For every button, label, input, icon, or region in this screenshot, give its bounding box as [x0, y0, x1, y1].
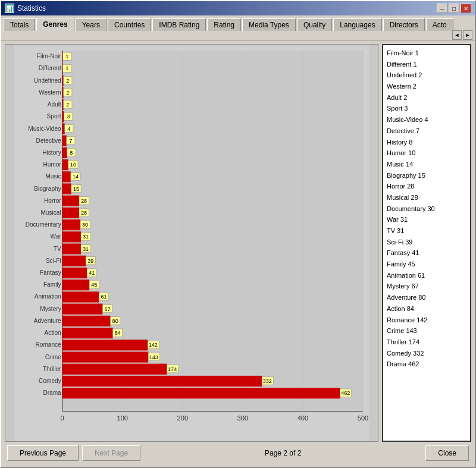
content-area: 0 100 200 300 400 500 1 Film-Noir — [1, 40, 475, 467]
tab-imdb-rating[interactable]: IMDB Rating — [152, 18, 206, 31]
chart-legend-container: 0 100 200 300 400 500 1 Film-Noir — [5, 44, 471, 442]
legend-item: Romance 142 — [387, 315, 466, 326]
legend-item: Animation 61 — [387, 270, 466, 281]
close-window-button[interactable]: ✕ — [461, 4, 471, 13]
svg-text:143: 143 — [149, 354, 158, 360]
svg-text:400: 400 — [298, 414, 309, 422]
svg-rect-63 — [62, 196, 79, 206]
svg-text:3: 3 — [67, 114, 70, 120]
tab-rating[interactable]: Rating — [207, 18, 241, 31]
svg-text:2: 2 — [66, 90, 69, 96]
tab-quality[interactable]: Quality — [297, 18, 332, 31]
svg-text:Sci-Fi: Sci-Fi — [46, 257, 61, 264]
tab-directors[interactable]: Directors — [383, 18, 425, 31]
svg-text:Drama: Drama — [43, 390, 61, 396]
svg-text:Undefined: Undefined — [34, 77, 61, 84]
window-title: Statistics — [17, 4, 46, 12]
tab-languages[interactable]: Languages — [333, 18, 381, 31]
legend-item: Adult 2 — [387, 92, 466, 103]
tab-countries[interactable]: Countries — [108, 18, 151, 31]
tab-scroll-left[interactable]: ◄ — [452, 30, 462, 40]
svg-rect-75 — [62, 231, 81, 242]
page-info: Page 2 of 2 — [144, 449, 422, 457]
svg-text:Film-Noir: Film-Noir — [37, 53, 62, 59]
svg-rect-103 — [62, 316, 111, 326]
svg-text:14: 14 — [73, 174, 79, 180]
svg-text:Different: Different — [39, 65, 61, 71]
svg-text:Crime: Crime — [45, 354, 61, 360]
legend-box: Film-Noir 1 Different 1 Undefined 2 West… — [382, 44, 471, 442]
svg-rect-83 — [62, 256, 86, 266]
legend-item: Fantasy 41 — [387, 247, 466, 259]
legend-item: Comedy 332 — [387, 348, 466, 359]
svg-rect-123 — [62, 376, 262, 387]
svg-rect-111 — [62, 340, 148, 350]
maximize-button[interactable]: □ — [449, 4, 459, 13]
svg-text:7: 7 — [69, 138, 72, 144]
next-page-button[interactable]: Next Page — [82, 445, 140, 461]
svg-rect-35 — [62, 111, 64, 122]
close-button[interactable]: Close — [425, 445, 469, 461]
previous-page-button[interactable]: Previous Page — [7, 445, 79, 461]
svg-text:Animation: Animation — [35, 293, 61, 300]
svg-rect-27 — [62, 87, 64, 98]
svg-text:41: 41 — [89, 270, 95, 276]
svg-rect-71 — [62, 219, 80, 230]
tabs-container: Totals Genres Years Countries IMDB Ratin… — [1, 15, 475, 40]
tab-scroll-right[interactable]: ► — [463, 30, 472, 40]
legend-item: History 8 — [387, 137, 466, 148]
legend-item: TV 31 — [387, 225, 466, 237]
svg-text:2: 2 — [66, 102, 69, 108]
svg-text:2: 2 — [66, 78, 69, 84]
svg-rect-115 — [62, 351, 149, 362]
tab-years[interactable]: Years — [76, 18, 107, 31]
statistics-window: 📊 Statistics – □ ✕ Totals Genres Years C… — [0, 0, 476, 468]
legend-item: Drama 462 — [387, 359, 466, 370]
svg-text:200: 200 — [177, 414, 189, 422]
legend-item: Music-Video 4 — [387, 114, 466, 125]
window-icon: 📊 — [5, 4, 14, 13]
svg-text:Biography: Biography — [34, 186, 61, 192]
svg-rect-55 — [62, 171, 71, 182]
svg-rect-51 — [62, 159, 68, 170]
svg-text:TV: TV — [54, 246, 61, 252]
svg-text:Humor: Humor — [43, 161, 61, 168]
svg-text:Musical: Musical — [40, 209, 61, 216]
svg-rect-67 — [62, 208, 79, 218]
legend-item: Humor 10 — [387, 147, 466, 159]
svg-rect-127 — [62, 388, 340, 398]
svg-text:Adventure: Adventure — [34, 318, 61, 324]
svg-rect-95 — [62, 291, 99, 302]
svg-text:80: 80 — [112, 318, 118, 324]
svg-text:Mystery: Mystery — [40, 306, 61, 312]
svg-text:Detective: Detective — [36, 137, 61, 144]
svg-rect-107 — [62, 328, 113, 338]
svg-text:History: History — [42, 149, 61, 156]
tab-media-types[interactable]: Media Types — [242, 18, 296, 31]
svg-text:332: 332 — [263, 378, 272, 384]
svg-text:45: 45 — [91, 282, 97, 288]
svg-text:Fantasy: Fantasy — [40, 269, 62, 276]
svg-rect-31 — [62, 99, 64, 110]
svg-text:4: 4 — [67, 126, 70, 132]
svg-rect-99 — [62, 304, 103, 315]
svg-rect-39 — [62, 123, 65, 134]
svg-text:Action: Action — [45, 329, 61, 336]
legend-item: Film-Noir 1 — [387, 48, 466, 59]
svg-text:31: 31 — [83, 246, 89, 252]
bar-chart: 0 100 200 300 400 500 1 Film-Noir — [5, 45, 378, 441]
minimize-button[interactable]: – — [437, 4, 447, 13]
svg-text:1: 1 — [65, 54, 68, 59]
svg-text:0: 0 — [61, 414, 64, 422]
tab-genres[interactable]: Genres — [36, 18, 74, 31]
svg-text:500: 500 — [358, 414, 369, 422]
legend-item: Musical 28 — [387, 192, 466, 203]
tab-totals[interactable]: Totals — [4, 18, 35, 31]
svg-text:100: 100 — [117, 414, 129, 422]
svg-text:28: 28 — [81, 210, 87, 216]
tab-actors[interactable]: Acto — [426, 18, 453, 31]
legend-item: Action 84 — [387, 303, 466, 315]
legend-item: Family 45 — [387, 259, 466, 270]
legend-item: Thriller 174 — [387, 337, 466, 348]
svg-rect-43 — [62, 136, 67, 146]
